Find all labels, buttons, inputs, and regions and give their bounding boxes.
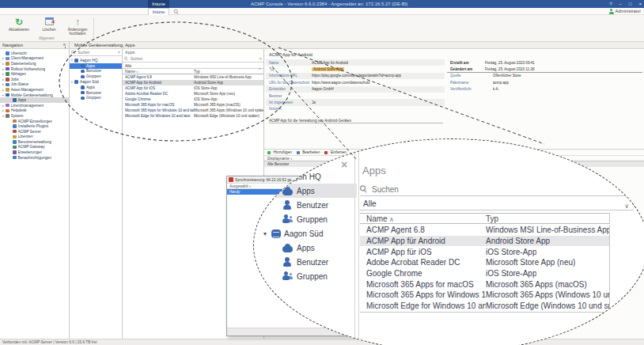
app-row[interactable]: Microsoft 365 Apps for Windows 10 and la… <box>123 108 263 113</box>
detail-field: Name ACMP App für Android <box>266 59 445 66</box>
refresh-button[interactable]: ↻ Aktualisieren <box>5 17 33 32</box>
search-icon <box>71 51 74 55</box>
nav-item-icon <box>6 88 9 92</box>
sidebar-item[interactable]: ▾ Mobile Geräteverwaltung <box>0 93 69 98</box>
tenant-tree-item[interactable]: Benutzer <box>259 255 357 269</box>
tenant-tree-item[interactable]: Gruppen <box>259 212 357 226</box>
magnified-apps-table: ACMP Agent 6.8 Windows MSI Line-of-Busin… <box>360 225 610 313</box>
sidebar-item[interactable]: ▸ Job-Status <box>0 82 69 88</box>
ribbon-search-icon[interactable] <box>174 9 179 14</box>
sidebar-item[interactable]: ▸ Client-Management <box>0 56 69 62</box>
tenant-tree-item[interactable]: Apps <box>70 63 122 69</box>
sidebar-item[interactable]: ▸ Dateiverteilung <box>0 61 69 66</box>
app-row[interactable]: ACMP Agent 6.8 Windows MSI Line-of-Busin… <box>360 225 609 236</box>
sidebar-item[interactable]: Installierte Plugins <box>0 123 69 129</box>
sidebar-item[interactable]: Benutzerverwaltung <box>0 139 69 145</box>
expander-icon[interactable]: ▾ <box>263 230 271 237</box>
app-row[interactable]: Google Chrome iOS Store-App <box>123 97 263 102</box>
help-button[interactable]: ? <box>609 0 612 8</box>
ribbon-tab-intune[interactable]: Intune <box>148 8 169 15</box>
app-row[interactable]: ACMP Agent 6.8 Windows MSI Line-of-Busin… <box>123 74 263 80</box>
close-icon[interactable]: × <box>341 158 347 171</box>
tree-item-icon <box>282 243 294 252</box>
app-row[interactable]: Google Chrome iOS Store-App <box>360 268 609 279</box>
app-row[interactable]: Adobe Acrobat Reader DC Microsoft Store … <box>123 91 263 97</box>
app-row[interactable]: ACMP App für iOS iOS Store-App <box>360 246 609 257</box>
tenant-tree-item[interactable]: ▾ Aagon Süd <box>259 226 357 241</box>
detail-field: Erstellt am Freitag, 25. August 2023 09:… <box>447 59 642 66</box>
app-row[interactable]: Microsoft Edge for Windows 10 and later … <box>123 113 263 119</box>
tenant-tree-item[interactable]: Apps <box>259 241 357 255</box>
sidebar-item[interactable]: ACMP Gateway <box>0 145 69 150</box>
close-button[interactable]: × <box>638 0 642 8</box>
tenant-tree-item[interactable]: Benutzer <box>259 198 357 212</box>
breadcrumb-bar: Mobile Geräteverwaltung, Apps <box>70 42 644 49</box>
assignment-toolbar-button[interactable]: Hinzufügen <box>267 150 292 154</box>
detail-field: Quelle Öffentlicher Store <box>447 73 642 79</box>
nav-item-icon <box>6 67 9 71</box>
sidebar-item[interactable]: ▸ Rollout-Vorbereitung <box>0 66 69 72</box>
sidebar-item[interactable]: Apps <box>0 97 69 103</box>
pin-icon[interactable] <box>63 44 66 46</box>
app-row[interactable]: Microsoft 365 Apps for macOS Microsoft 3… <box>360 279 609 290</box>
logged-in-user: Administrator <box>616 8 641 15</box>
clear-search-icon[interactable]: × <box>117 50 120 55</box>
tree-item-icon <box>282 200 294 210</box>
tenant-tree-panel: × ▾ Aagon HQ Apps Benutzer Gr <box>70 49 123 339</box>
app-row[interactable]: Microsoft 365 Apps for macOS Microsoft 3… <box>123 102 263 108</box>
tree-item-icon <box>74 59 78 63</box>
sidebar-item[interactable]: Erweiterungen <box>0 150 69 155</box>
sidebar-item[interactable]: ACMP Server <box>0 129 69 135</box>
apps-search-input[interactable] <box>129 56 258 62</box>
column-typ[interactable]: Typ <box>486 214 498 223</box>
sidebar-item[interactable]: Benachrichtigungen <box>0 155 69 161</box>
sidebar-item[interactable]: Übersicht <box>0 51 69 56</box>
notes-field[interactable]: ACMP App für die Verwaltung von Android-… <box>269 119 443 123</box>
ribbon-separator <box>93 17 94 38</box>
tenant-tree-item[interactable]: ▾ Aagon Süd <box>70 79 122 85</box>
app-row[interactable]: ACMP App für Android Android Store App <box>123 80 263 85</box>
column-name[interactable]: Name <box>366 214 486 223</box>
sidebar-item[interactable]: Lizenzen <box>0 135 69 140</box>
app-row[interactable]: Microsoft 365 Apps for Windows 10 and la… <box>360 290 609 301</box>
sidebar-item[interactable]: ▸ Jobs <box>0 77 69 82</box>
apps-filter-dropdown[interactable]: Alle <box>123 63 263 69</box>
delete-button[interactable]: Löschen <box>35 17 63 32</box>
column-name[interactable]: Name <box>125 70 194 74</box>
tenant-tree-item[interactable]: Benutzer <box>70 90 122 96</box>
minimize-button[interactable]: – <box>619 0 622 8</box>
app-row[interactable]: Microsoft Edge for Windows 10 and later … <box>360 301 609 312</box>
detail-field: Notizen <box>266 106 445 112</box>
sidebar-item[interactable]: ▾ System <box>0 113 69 119</box>
sidebar-item[interactable]: ▸ Helpdesk <box>0 108 69 114</box>
column-typ[interactable]: Typ <box>194 70 200 74</box>
tenant-tree-item[interactable]: Gruppen <box>70 96 122 101</box>
tenant-tree-item[interactable]: ▾ Aagon HQ <box>70 58 122 63</box>
app-row[interactable]: ACMP App für iOS iOS Store-App <box>123 85 263 91</box>
sidebar-item[interactable]: ▸ Abfragen <box>0 71 69 77</box>
assignment-toolbar-button[interactable]: Bearbeiten <box>297 150 320 154</box>
app-row[interactable]: Adobe Acrobat Reader DC Microsoft Store … <box>360 257 609 268</box>
tenant-tree-item[interactable]: Benutzer <box>70 69 122 74</box>
nav-item-icon <box>6 109 9 113</box>
sidebar-item[interactable]: ▸ Asset Management <box>0 87 69 93</box>
app-row[interactable]: ACMP App für Android Android Store App <box>360 236 609 247</box>
maximize-button[interactable]: □ <box>629 0 632 8</box>
tenant-tree-item[interactable]: Gruppen <box>70 74 122 79</box>
magnifier-callout: ▾ Aagon HQ Apps Benutzer Gruppen ▾ <box>253 138 644 345</box>
tenant-tree-item[interactable]: Gruppen <box>259 269 357 283</box>
sidebar-item[interactable]: ▸ Lizenzmanagement <box>0 103 69 108</box>
apps-filter-dropdown[interactable]: Alle <box>360 198 634 210</box>
upload-changes-button[interactable]: ↑ Änderungen hochladen <box>63 17 92 36</box>
tenant-tree-item[interactable]: Apps <box>70 85 122 90</box>
detail-field: Veröffentlicht k.A. <box>447 86 642 93</box>
sidebar-item[interactable]: ACMP Einstellungen <box>0 119 69 124</box>
status-bar: Verbunden mit: ACMP-Server | Version 6.6… <box>0 339 644 345</box>
tenant-search-input[interactable] <box>76 50 116 55</box>
detail-field: Ist zugewiesen Ja <box>266 99 445 105</box>
tree-item-icon <box>81 64 85 68</box>
apps-search-input[interactable] <box>370 184 625 195</box>
tree-item-icon <box>282 214 294 224</box>
apps-panel-title: Apps <box>362 165 386 176</box>
assignment-toolbar-button[interactable]: Entfernen <box>324 150 346 154</box>
